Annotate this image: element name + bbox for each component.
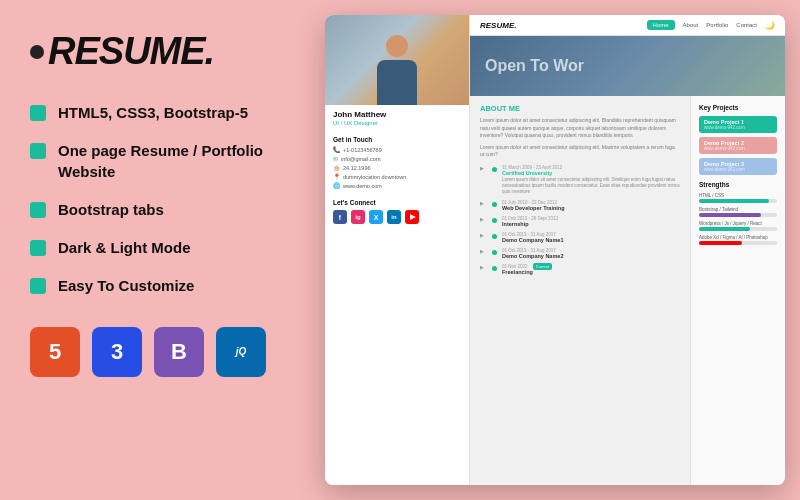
strength-bar [699,213,761,217]
project-url: www.demo-942.com [704,146,772,151]
contact-item: 🌐 www.demo.com [333,182,461,189]
html5-icon: 5 [30,327,80,377]
about-text-2: Lorem ipsum dolor sit amet consectetur a… [480,144,680,159]
birthday-icon: 🎂 [333,164,340,171]
strength-bar [699,241,742,245]
timeline-job: Freelancing [502,269,680,275]
strength-item: Adobe Xd / Figma / Ai / Photoshop [699,235,777,245]
jquery-icon: jQ [216,327,266,377]
nav-logo: RESUME. [480,21,516,30]
timeline-dot-icon [492,218,497,223]
timeline-item: ▶ 01 Oct 2013 - 31 Aug 2017 Demo Company… [480,232,680,243]
timeline-info: 31 March 2009 - 25 April 2012 Certified … [502,165,680,196]
timeline-info: 01 Nov 2022 Current Freelancing [502,264,680,275]
about-heading: ABOUT ME [480,104,680,113]
about-text-1: Lorem ipsum dolor sit amet consectetur a… [480,117,680,140]
project-card-3[interactable]: Demo Project 3 www.demo-943.com [699,158,777,175]
resume-content: RESUME. Home About Portfolio Contact 🌙 O… [470,15,785,485]
facebook-icon[interactable]: f [333,210,347,224]
timeline-dot-icon [492,167,497,172]
project-url: www.demo-942.com [704,125,772,130]
strength-item: Bootstrap / Tailwind [699,207,777,217]
bullet-icon [30,240,46,256]
web-icon: 🌐 [333,182,340,189]
strength-label: Bootstrap / Tailwind [699,207,777,212]
timeline-item: ▶ 01 Nov 2022 Current Freelancing [480,264,680,275]
strength-bar [699,199,769,203]
youtube-icon[interactable]: ▶ [405,210,419,224]
dark-mode-toggle[interactable]: 🌙 [765,21,775,30]
current-badge: Current [533,263,552,270]
expand-arrow-icon: ▶ [480,165,484,196]
timeline-desc: Lorem ipsum dolor sit amet consectetur a… [502,177,680,196]
feature-list: HTML5, CSS3, Bootstrap-5 One page Resume… [30,103,290,297]
timeline-info: 01 Feb 2013 - 26 Sept 2013 Internship [502,216,680,227]
strength-bar [699,227,750,231]
project-url: www.demo-943.com [704,167,772,172]
resume-about-section: ABOUT ME Lorem ipsum dolor sit amet cons… [470,96,690,485]
location-icon: 📍 [333,173,340,180]
email-icon: ✉ [333,155,338,162]
strength-label: HTML / CSS [699,193,777,198]
resume-hero: Open To Wor [470,36,785,96]
resume-right-sidebar: Key Projects Demo Project 1 www.demo-942… [690,96,785,485]
strength-bar-bg [699,241,777,245]
bullet-icon [30,105,46,121]
list-item: Dark & Light Mode [30,238,290,258]
profile-title: UI / UX Designer [325,120,469,132]
strength-label: Wordpress / Js / Jquery / React [699,221,777,226]
instagram-icon[interactable]: ig [351,210,365,224]
logo-dot-icon [30,45,44,59]
contact-item: 📞 +1-0123456789 [333,146,461,153]
browser-mockup: John Matthew UI / UX Designer Get in Tou… [325,15,785,485]
person-body [377,60,417,105]
timeline-dot-icon [492,234,497,239]
expand-arrow-icon: ▶ [480,264,484,275]
nav-portfolio[interactable]: Portfolio [706,22,728,28]
resume-site: John Matthew UI / UX Designer Get in Tou… [325,15,785,485]
timeline-info: 01 Oct 2013 - 31 Aug 2017 Demo Company N… [502,232,680,243]
timeline-item: ▶ 01 Feb 2013 - 26 Sept 2013 Internship [480,216,680,227]
timeline-dot-icon [492,266,497,271]
connect-section: Let's Connect f ig X in ▶ [325,195,469,228]
bullet-icon [30,202,46,218]
bootstrap-icon: B [154,327,204,377]
expand-arrow-icon: ▶ [480,232,484,243]
css3-icon: 3 [92,327,142,377]
resume-main: ABOUT ME Lorem ipsum dolor sit amet cons… [470,96,785,485]
timeline-job: Internship [502,221,680,227]
strength-bar-bg [699,213,777,217]
contact-heading: Get in Touch [333,136,461,143]
connect-heading: Let's Connect [333,199,461,206]
bullet-icon [30,143,46,159]
twitter-icon[interactable]: X [369,210,383,224]
nav-links: Home About Portfolio Contact 🌙 [647,20,775,30]
timeline-job: Web Developer Training [502,205,680,211]
timeline-item: ▶ 31 March 2009 - 25 April 2012 Certifie… [480,165,680,196]
person-head [386,35,408,57]
contact-item: ✉ info@gmail.com [333,155,461,162]
strength-bar-bg [699,227,777,231]
list-item: HTML5, CSS3, Bootstrap-5 [30,103,290,123]
timeline: ▶ 31 March 2009 - 25 April 2012 Certifie… [480,165,680,276]
timeline-item: ▶ 01 Oct 2013 - 31 Aug 2017 Demo Company… [480,248,680,259]
social-icons-row: f ig X in ▶ [333,210,461,224]
bullet-icon [30,278,46,294]
expand-arrow-icon: ▶ [480,248,484,259]
project-card-2[interactable]: Demo Project 2 www.demo-942.com [699,137,777,154]
timeline-info: 01 July 2010 - 23 Dec 2012 Web Developer… [502,200,680,211]
nav-about[interactable]: About [683,22,699,28]
nav-home[interactable]: Home [647,20,675,30]
project-card-1[interactable]: Demo Project 1 www.demo-942.com [699,116,777,133]
timeline-dot-icon [492,250,497,255]
list-item: One page Resume / Portfolio Website [30,141,290,182]
nav-contact[interactable]: Contact [736,22,757,28]
timeline-info: 01 Oct 2013 - 31 Aug 2017 Demo Company N… [502,248,680,259]
profile-person [367,35,427,105]
resume-navbar: RESUME. Home About Portfolio Contact 🌙 [470,15,785,36]
expand-arrow-icon: ▶ [480,200,484,211]
linkedin-icon[interactable]: in [387,210,401,224]
tech-icons-row: 5 3 B jQ [30,327,290,377]
strength-item: HTML / CSS [699,193,777,203]
strengths-heading: Strengths [699,181,777,188]
